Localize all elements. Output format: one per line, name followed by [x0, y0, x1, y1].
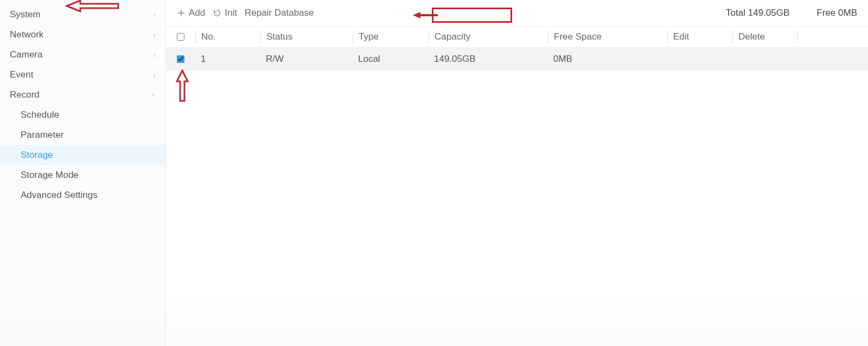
annotation-arrow-checkbox — [176, 69, 189, 104]
storage-table: No. Status Type Capacity Free Space Edit… — [166, 26, 868, 71]
cell-type: Local — [353, 54, 429, 65]
sidebar-item-label: Storage — [21, 150, 53, 161]
header-free-space: Free Space — [548, 31, 667, 43]
sidebar: System › Network › Camera › Event › Reco… — [0, 0, 166, 346]
chevron-down-icon: › — [150, 93, 159, 96]
table-wrap: No. Status Type Capacity Free Space Edit… — [166, 26, 868, 71]
sidebar-item-label: Camera — [10, 49, 42, 60]
sidebar-item-label: Storage Mode — [21, 170, 79, 181]
sidebar-item-label: Network — [10, 29, 43, 40]
sidebar-item-label: System — [10, 9, 41, 20]
sidebar-item-storage[interactable]: Storage — [0, 145, 165, 165]
plus-icon — [177, 9, 186, 17]
sidebar-item-advanced-settings[interactable]: Advanced Settings — [0, 185, 165, 205]
cell-no: 1 — [195, 54, 260, 65]
chevron-right-icon: › — [153, 10, 156, 19]
nav-list: System › Network › Camera › Event › Reco… — [0, 0, 165, 205]
header-checkbox-cell — [166, 31, 195, 43]
button-label: Init — [225, 8, 237, 18]
header-edit: Edit — [667, 31, 732, 43]
toolbar-status: Total 149.05GB Free 0MB — [726, 8, 857, 18]
chevron-right-icon: › — [153, 71, 156, 79]
sidebar-item-camera[interactable]: Camera › — [0, 44, 165, 65]
cell-free-space: 0MB — [548, 54, 667, 65]
table-row[interactable]: 1 R/W Local 149.05GB 0MB — [166, 48, 868, 71]
header-delete: Delete — [732, 31, 797, 43]
sidebar-item-storage-mode[interactable]: Storage Mode — [0, 165, 165, 185]
chevron-right-icon: › — [153, 30, 156, 39]
status-total-value: 149.05GB — [748, 8, 790, 18]
init-icon — [213, 9, 221, 17]
sidebar-item-label: Event — [10, 69, 33, 80]
sidebar-item-record[interactable]: Record › — [0, 85, 165, 105]
main-content: Add Init Repair Database Total 149.05GB — [166, 0, 868, 346]
status-free: Free 0MB — [816, 8, 857, 18]
sidebar-item-label: Schedule — [21, 110, 59, 120]
annotation-arrow-init — [412, 11, 439, 20]
sidebar-item-label: Advanced Settings — [21, 190, 98, 201]
repair-database-button[interactable]: Repair Database — [245, 8, 314, 18]
toolbar: Add Init Repair Database Total 149.05GB — [166, 0, 868, 26]
table-header-row: No. Status Type Capacity Free Space Edit… — [166, 26, 868, 48]
header-capacity: Capacity — [429, 31, 548, 43]
sidebar-item-network[interactable]: Network › — [0, 24, 165, 44]
subnav-record: Schedule Parameter Storage Storage Mode … — [0, 105, 165, 205]
chevron-right-icon: › — [153, 50, 156, 59]
status-total: Total 149.05GB — [726, 8, 789, 18]
init-button[interactable]: Init — [213, 8, 237, 18]
annotation-redbox-repair — [432, 8, 512, 23]
status-free-label: Free — [816, 8, 835, 18]
sidebar-item-label: Record — [10, 89, 40, 100]
sidebar-item-system[interactable]: System › — [0, 4, 165, 24]
select-all-checkbox[interactable] — [177, 33, 184, 41]
header-spacer — [797, 31, 825, 43]
button-label: Repair Database — [245, 8, 314, 18]
add-button[interactable]: Add — [177, 8, 205, 18]
row-checkbox[interactable] — [177, 55, 184, 63]
sidebar-item-event[interactable]: Event › — [0, 65, 165, 85]
sidebar-item-label: Parameter — [21, 130, 63, 140]
button-label: Add — [189, 8, 205, 18]
sidebar-item-schedule[interactable]: Schedule — [0, 105, 165, 125]
header-status: Status — [260, 31, 353, 43]
row-checkbox-cell — [166, 55, 195, 63]
sidebar-item-parameter[interactable]: Parameter — [0, 125, 165, 145]
cell-status: R/W — [260, 54, 353, 65]
cell-capacity: 149.05GB — [429, 54, 548, 65]
header-type: Type — [353, 31, 429, 43]
status-total-label: Total — [726, 8, 745, 18]
status-free-value: 0MB — [838, 8, 857, 18]
header-no: No. — [195, 31, 260, 43]
